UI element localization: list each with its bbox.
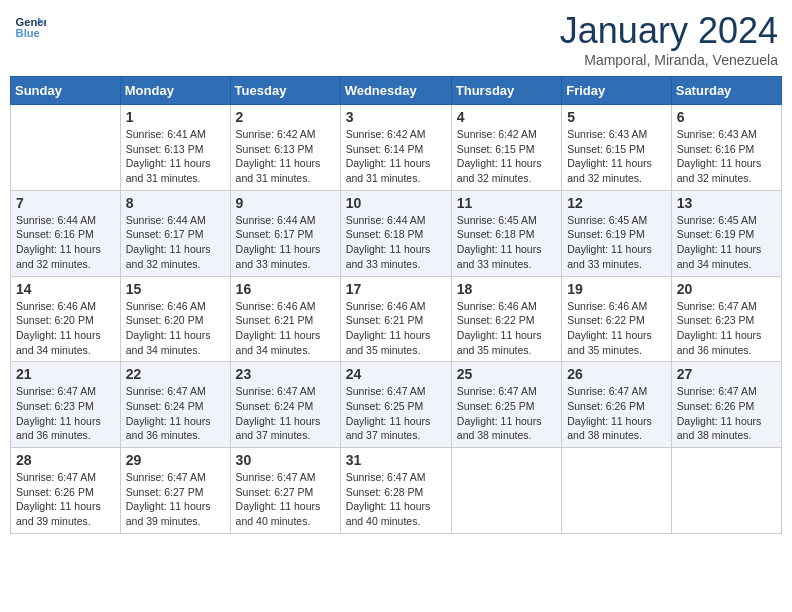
day-number: 26: [567, 366, 666, 382]
calendar-cell: [451, 448, 561, 534]
calendar-cell: 15Sunrise: 6:46 AM Sunset: 6:20 PM Dayli…: [120, 276, 230, 362]
calendar-cell: 21Sunrise: 6:47 AM Sunset: 6:23 PM Dayli…: [11, 362, 121, 448]
day-number: 11: [457, 195, 556, 211]
day-number: 21: [16, 366, 115, 382]
day-info: Sunrise: 6:44 AM Sunset: 6:17 PM Dayligh…: [236, 213, 335, 272]
day-number: 9: [236, 195, 335, 211]
day-number: 3: [346, 109, 446, 125]
day-info: Sunrise: 6:46 AM Sunset: 6:20 PM Dayligh…: [126, 299, 225, 358]
calendar-cell: 27Sunrise: 6:47 AM Sunset: 6:26 PM Dayli…: [671, 362, 781, 448]
day-info: Sunrise: 6:47 AM Sunset: 6:25 PM Dayligh…: [457, 384, 556, 443]
day-info: Sunrise: 6:47 AM Sunset: 6:24 PM Dayligh…: [236, 384, 335, 443]
calendar-cell: 9Sunrise: 6:44 AM Sunset: 6:17 PM Daylig…: [230, 190, 340, 276]
calendar-cell: 5Sunrise: 6:43 AM Sunset: 6:15 PM Daylig…: [562, 105, 672, 191]
day-number: 29: [126, 452, 225, 468]
page-header: General Blue January 2024 Mamporal, Mira…: [10, 10, 782, 68]
day-number: 18: [457, 281, 556, 297]
day-number: 2: [236, 109, 335, 125]
day-number: 13: [677, 195, 776, 211]
day-info: Sunrise: 6:42 AM Sunset: 6:14 PM Dayligh…: [346, 127, 446, 186]
day-number: 14: [16, 281, 115, 297]
calendar-cell: 22Sunrise: 6:47 AM Sunset: 6:24 PM Dayli…: [120, 362, 230, 448]
calendar-week-row: 14Sunrise: 6:46 AM Sunset: 6:20 PM Dayli…: [11, 276, 782, 362]
calendar-cell: [11, 105, 121, 191]
day-info: Sunrise: 6:46 AM Sunset: 6:22 PM Dayligh…: [457, 299, 556, 358]
day-info: Sunrise: 6:42 AM Sunset: 6:15 PM Dayligh…: [457, 127, 556, 186]
day-info: Sunrise: 6:46 AM Sunset: 6:20 PM Dayligh…: [16, 299, 115, 358]
day-info: Sunrise: 6:43 AM Sunset: 6:16 PM Dayligh…: [677, 127, 776, 186]
day-number: 31: [346, 452, 446, 468]
day-number: 23: [236, 366, 335, 382]
day-info: Sunrise: 6:47 AM Sunset: 6:23 PM Dayligh…: [16, 384, 115, 443]
calendar-cell: 29Sunrise: 6:47 AM Sunset: 6:27 PM Dayli…: [120, 448, 230, 534]
calendar-cell: 30Sunrise: 6:47 AM Sunset: 6:27 PM Dayli…: [230, 448, 340, 534]
calendar-cell: 8Sunrise: 6:44 AM Sunset: 6:17 PM Daylig…: [120, 190, 230, 276]
day-info: Sunrise: 6:47 AM Sunset: 6:26 PM Dayligh…: [567, 384, 666, 443]
weekday-header: Monday: [120, 77, 230, 105]
calendar-cell: 3Sunrise: 6:42 AM Sunset: 6:14 PM Daylig…: [340, 105, 451, 191]
calendar-cell: 2Sunrise: 6:42 AM Sunset: 6:13 PM Daylig…: [230, 105, 340, 191]
calendar-week-row: 1Sunrise: 6:41 AM Sunset: 6:13 PM Daylig…: [11, 105, 782, 191]
calendar-cell: 23Sunrise: 6:47 AM Sunset: 6:24 PM Dayli…: [230, 362, 340, 448]
calendar-cell: 31Sunrise: 6:47 AM Sunset: 6:28 PM Dayli…: [340, 448, 451, 534]
calendar-cell: 26Sunrise: 6:47 AM Sunset: 6:26 PM Dayli…: [562, 362, 672, 448]
day-number: 7: [16, 195, 115, 211]
day-number: 1: [126, 109, 225, 125]
calendar-cell: 7Sunrise: 6:44 AM Sunset: 6:16 PM Daylig…: [11, 190, 121, 276]
svg-text:Blue: Blue: [16, 27, 40, 39]
day-number: 17: [346, 281, 446, 297]
day-info: Sunrise: 6:47 AM Sunset: 6:26 PM Dayligh…: [677, 384, 776, 443]
calendar-cell: 12Sunrise: 6:45 AM Sunset: 6:19 PM Dayli…: [562, 190, 672, 276]
weekday-header: Saturday: [671, 77, 781, 105]
day-number: 28: [16, 452, 115, 468]
day-info: Sunrise: 6:45 AM Sunset: 6:19 PM Dayligh…: [567, 213, 666, 272]
day-number: 10: [346, 195, 446, 211]
day-info: Sunrise: 6:46 AM Sunset: 6:21 PM Dayligh…: [236, 299, 335, 358]
day-number: 5: [567, 109, 666, 125]
weekday-header: Sunday: [11, 77, 121, 105]
calendar-cell: 4Sunrise: 6:42 AM Sunset: 6:15 PM Daylig…: [451, 105, 561, 191]
day-number: 25: [457, 366, 556, 382]
day-info: Sunrise: 6:46 AM Sunset: 6:22 PM Dayligh…: [567, 299, 666, 358]
month-title: January 2024: [560, 10, 778, 52]
title-area: January 2024 Mamporal, Miranda, Venezuel…: [560, 10, 778, 68]
location: Mamporal, Miranda, Venezuela: [560, 52, 778, 68]
day-number: 27: [677, 366, 776, 382]
day-info: Sunrise: 6:45 AM Sunset: 6:18 PM Dayligh…: [457, 213, 556, 272]
calendar-cell: 16Sunrise: 6:46 AM Sunset: 6:21 PM Dayli…: [230, 276, 340, 362]
day-info: Sunrise: 6:43 AM Sunset: 6:15 PM Dayligh…: [567, 127, 666, 186]
calendar-week-row: 7Sunrise: 6:44 AM Sunset: 6:16 PM Daylig…: [11, 190, 782, 276]
day-info: Sunrise: 6:47 AM Sunset: 6:25 PM Dayligh…: [346, 384, 446, 443]
calendar-body: 1Sunrise: 6:41 AM Sunset: 6:13 PM Daylig…: [11, 105, 782, 534]
calendar-cell: 18Sunrise: 6:46 AM Sunset: 6:22 PM Dayli…: [451, 276, 561, 362]
day-number: 19: [567, 281, 666, 297]
day-info: Sunrise: 6:41 AM Sunset: 6:13 PM Dayligh…: [126, 127, 225, 186]
day-info: Sunrise: 6:47 AM Sunset: 6:27 PM Dayligh…: [126, 470, 225, 529]
day-number: 12: [567, 195, 666, 211]
calendar-cell: 14Sunrise: 6:46 AM Sunset: 6:20 PM Dayli…: [11, 276, 121, 362]
calendar-week-row: 28Sunrise: 6:47 AM Sunset: 6:26 PM Dayli…: [11, 448, 782, 534]
day-info: Sunrise: 6:42 AM Sunset: 6:13 PM Dayligh…: [236, 127, 335, 186]
calendar-cell: 6Sunrise: 6:43 AM Sunset: 6:16 PM Daylig…: [671, 105, 781, 191]
day-number: 16: [236, 281, 335, 297]
calendar-cell: 17Sunrise: 6:46 AM Sunset: 6:21 PM Dayli…: [340, 276, 451, 362]
day-info: Sunrise: 6:44 AM Sunset: 6:16 PM Dayligh…: [16, 213, 115, 272]
day-number: 8: [126, 195, 225, 211]
day-info: Sunrise: 6:47 AM Sunset: 6:27 PM Dayligh…: [236, 470, 335, 529]
calendar-header-row: SundayMondayTuesdayWednesdayThursdayFrid…: [11, 77, 782, 105]
calendar-cell: 10Sunrise: 6:44 AM Sunset: 6:18 PM Dayli…: [340, 190, 451, 276]
day-info: Sunrise: 6:45 AM Sunset: 6:19 PM Dayligh…: [677, 213, 776, 272]
day-number: 4: [457, 109, 556, 125]
day-info: Sunrise: 6:47 AM Sunset: 6:26 PM Dayligh…: [16, 470, 115, 529]
day-number: 24: [346, 366, 446, 382]
day-info: Sunrise: 6:47 AM Sunset: 6:28 PM Dayligh…: [346, 470, 446, 529]
day-number: 30: [236, 452, 335, 468]
day-number: 6: [677, 109, 776, 125]
calendar-cell: 11Sunrise: 6:45 AM Sunset: 6:18 PM Dayli…: [451, 190, 561, 276]
weekday-header: Wednesday: [340, 77, 451, 105]
logo: General Blue: [14, 10, 46, 42]
weekday-header: Tuesday: [230, 77, 340, 105]
day-info: Sunrise: 6:44 AM Sunset: 6:18 PM Dayligh…: [346, 213, 446, 272]
weekday-header: Friday: [562, 77, 672, 105]
calendar-cell: [562, 448, 672, 534]
